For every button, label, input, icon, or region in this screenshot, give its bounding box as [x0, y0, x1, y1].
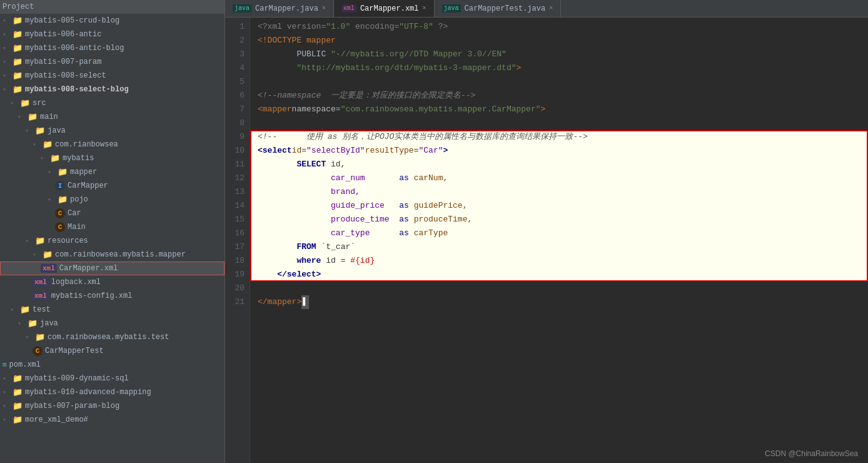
expand-arrow-icon[interactable]: ▾	[48, 196, 55, 203]
expand-arrow-icon[interactable]: ▾	[25, 237, 33, 245]
sidebar-item-label: more_xml_demo#	[25, 415, 88, 424]
expand-arrow-icon[interactable]: ▾	[10, 306, 18, 313]
sidebar-item-mybatis-006-antic-blog[interactable]: ▾📁mybatis-006-antic-blog	[0, 41, 225, 55]
expand-arrow-icon[interactable]: ▾	[33, 141, 40, 148]
sidebar-item-label: mybatis-config.xml	[51, 292, 133, 300]
sidebar-item-mybatis-007-param[interactable]: ▾📁mybatis-007-param	[0, 55, 225, 69]
sidebar-item-mapper-folder[interactable]: ▾📁mapper	[0, 165, 225, 179]
expand-arrow-icon[interactable]: ▾	[18, 113, 25, 121]
sidebar-item-mybatis-config-xml[interactable]: xmlmybatis-config.xml	[0, 289, 225, 303]
tab-label: CarMapper.java	[255, 4, 318, 13]
expand-arrow-icon[interactable]: ▾	[3, 86, 10, 93]
sidebar-item-logback-xml[interactable]: xmllogback.xml	[0, 275, 225, 289]
line-number: 1	[225, 20, 245, 34]
tab-CarMapper-xml-tab[interactable]: xml CarMapper.xml ×	[334, 0, 435, 17]
sidebar-item-mybatis-010-advanced-mapping[interactable]: ▾📁mybatis-010-advanced-mapping	[0, 385, 225, 399]
sidebar-item-com.rainbowsea.mybatis.test[interactable]: ▾📁com.rainbowsea.mybatis.test	[0, 330, 225, 344]
sidebar-item-mybatis-006-antic[interactable]: ▾📁mybatis-006-antic	[0, 28, 225, 41]
sidebar-item-label: com.rainbowsea.mybatis.test	[48, 333, 169, 342]
sidebar-item-pojo-folder[interactable]: ▾📁pojo	[0, 193, 225, 206]
sidebar-item-src[interactable]: ▾📁src	[0, 96, 225, 110]
code-container[interactable]: 123456789101112131415161718192021 <?xml …	[225, 18, 868, 463]
folder-icon: 📁	[28, 112, 38, 122]
tab-file-icon: java	[442, 4, 461, 13]
sidebar-item-label: mybatis-006-antic-blog	[25, 44, 124, 53]
code-line: <!DOCTYPE mapper	[258, 34, 868, 48]
expand-arrow-icon[interactable]: ▾	[3, 17, 10, 24]
sidebar-item-mybatis-008-select[interactable]: ▾📁mybatis-008-select	[0, 69, 225, 83]
line-number: 21	[225, 295, 245, 309]
expand-arrow-icon[interactable]: ▾	[25, 127, 33, 135]
folder-icon: 📁	[43, 250, 53, 260]
sidebar-item-mybats-007-param-blog[interactable]: ▾📁mybats-007-param-blog	[0, 399, 225, 413]
folder-icon: 📁	[13, 29, 23, 39]
code-line	[258, 282, 868, 295]
code-line: car_num as carNum,	[258, 171, 868, 185]
sidebar-item-mybatis[interactable]: ▾📁mybatis	[0, 151, 225, 165]
tab-close-icon[interactable]: ×	[549, 5, 553, 12]
line-number: 11	[225, 158, 245, 171]
expand-arrow-icon[interactable]: ▾	[3, 416, 10, 424]
expand-arrow-icon[interactable]: ▾	[3, 72, 10, 79]
expand-arrow-icon[interactable]: ▾	[3, 58, 10, 66]
sidebar-item-label: test	[33, 305, 51, 314]
sidebar-item-com.rianbowsea[interactable]: ▾📁com.rianbowsea	[0, 138, 225, 151]
sidebar-item-CarMapper-java[interactable]: ICarMapper	[0, 179, 225, 193]
code-line: <!-- 使用 as 别名，让POJO实体类当中的属性名与数据库的查询结果保持一…	[258, 130, 868, 144]
sidebar-item-label: Project	[3, 3, 34, 11]
sidebar-item-java-test[interactable]: ▾📁java	[0, 317, 225, 330]
expand-arrow-icon[interactable]: ▾	[3, 31, 10, 38]
sidebar-item-CarMapper-xml[interactable]: xmlCarMapper.xml	[0, 262, 225, 275]
expand-arrow-icon[interactable]: ▾	[3, 44, 10, 52]
expand-arrow-icon[interactable]: ▾	[3, 402, 10, 410]
sidebar-item-more[interactable]: ▾📁more_xml_demo#	[0, 413, 225, 427]
sidebar-item-main[interactable]: ▾📁main	[0, 110, 225, 124]
folder-icon: 📁	[13, 16, 23, 26]
xml-file-icon: xml	[41, 264, 57, 273]
line-number: 10	[225, 144, 245, 158]
tab-close-icon[interactable]: ×	[423, 5, 426, 12]
tab-CarMapperTest-java-tab[interactable]: java CarMapperTest.java ×	[435, 0, 562, 17]
sidebar-item-java[interactable]: ▾📁java	[0, 124, 225, 138]
sidebar-item-com.rainbowsea.mybatis.mapper[interactable]: ▾📁com.rainbowsea.mybatis.mapper	[0, 248, 225, 262]
folder-icon: 📁	[13, 415, 23, 425]
sidebar-item-resources-folder[interactable]: ▾📁resources	[0, 234, 225, 248]
sidebar-item-mybatis-005-crud-blog[interactable]: ▾📁mybatis-005-crud-blog	[0, 14, 225, 28]
expand-arrow-icon[interactable]: ▾	[18, 320, 25, 327]
tab-file-icon: java	[233, 4, 251, 13]
sidebar-item-CarMapperTest-java[interactable]: CCarMapperTest	[0, 344, 225, 358]
expand-arrow-icon[interactable]: ▾	[33, 251, 40, 258]
code-line: where id = #{id}	[258, 254, 868, 268]
tab-close-icon[interactable]: ×	[322, 5, 326, 12]
sidebar-item-label: java	[48, 126, 66, 135]
line-number: 18	[225, 254, 245, 268]
expand-arrow-icon[interactable]: ▾	[25, 333, 33, 341]
project-sidebar[interactable]: Project▾📁mybatis-005-crud-blog▾📁mybatis-…	[0, 0, 225, 463]
sidebar-item-test-folder[interactable]: ▾📁test	[0, 303, 225, 317]
sidebar-item-label: com.rianbowsea	[55, 140, 118, 149]
folder-icon: 📁	[13, 374, 23, 384]
expand-arrow-icon[interactable]: ▾	[3, 389, 10, 396]
sidebar-item-mybatis-009-dynamic-sql[interactable]: ▾📁mybatis-009-dynamic-sql	[0, 372, 225, 385]
line-number: 5	[225, 75, 245, 89]
line-number: 17	[225, 240, 245, 254]
expand-arrow-icon[interactable]: ▾	[48, 168, 55, 176]
sidebar-item-Main-java[interactable]: CMain	[0, 220, 225, 234]
expand-arrow-icon[interactable]: ▾	[10, 99, 18, 107]
sidebar-item-label: CarMapperTest	[45, 347, 104, 355]
line-number: 4	[225, 61, 245, 75]
sidebar-item-mybatis-008-select-blog[interactable]: ▾📁mybatis-008-select-blog	[0, 83, 225, 96]
sidebar-item-label: mybatis-006-antic	[25, 30, 101, 39]
sidebar-item-project[interactable]: Project	[0, 0, 225, 14]
expand-arrow-icon[interactable]: ▾	[40, 155, 48, 162]
tab-label: CarMapperTest.java	[465, 4, 546, 13]
folder-icon: 📁	[13, 387, 23, 397]
code-line: </select>	[258, 268, 868, 282]
tab-CarMapper-java-tab[interactable]: java CarMapper.java ×	[225, 0, 334, 17]
folder-icon: 📁	[35, 126, 45, 136]
csdn-watermark: CSDN @ChinaRainbowSea	[765, 449, 858, 458]
xml-file-icon: xml	[33, 292, 49, 300]
expand-arrow-icon[interactable]: ▾	[3, 375, 10, 382]
sidebar-item-Car-java[interactable]: CCar	[0, 206, 225, 220]
sidebar-item-pom-xml[interactable]: mpom.xml	[0, 358, 225, 372]
